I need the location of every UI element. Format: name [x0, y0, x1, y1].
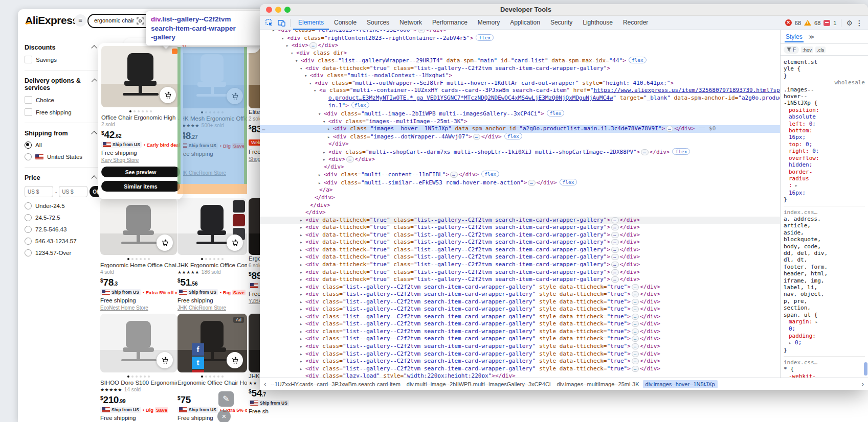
inline-expand-button[interactable]: … — [632, 284, 639, 290]
dom-tree-node[interactable]: ▸<div data-tticheck="true" class="list--… — [260, 224, 780, 231]
expand-arrow-icon[interactable]: ▸ — [323, 156, 328, 163]
more-options-icon[interactable]: ⋮ — [856, 19, 863, 27]
style-line[interactable]: yle { — [784, 65, 865, 72]
radio-button[interactable] — [25, 226, 32, 233]
carousel-dot[interactable] — [136, 258, 138, 260]
scrollbar-thumb[interactable] — [864, 362, 867, 376]
inline-expand-button[interactable]: … — [450, 172, 457, 178]
carousel-dot[interactable] — [148, 376, 150, 378]
style-line[interactable]: hover-- — [784, 93, 865, 100]
carousel-dot[interactable] — [205, 376, 207, 378]
style-line[interactable]: overflow: — [784, 155, 865, 161]
style-line[interactable]: -1N5tJXp { — [784, 100, 865, 106]
toggle-hover-state-button[interactable]: :hov — [801, 46, 813, 53]
style-line[interactable]: top: 0; — [784, 141, 865, 148]
expand-arrow-icon[interactable]: ▸ — [300, 269, 305, 276]
style-line[interactable]: article, — [784, 222, 865, 229]
dom-tree-node[interactable]: ▸<div class="list--gallery--C2f2tvm sear… — [260, 298, 780, 306]
chevron-up-icon[interactable] — [91, 131, 97, 136]
inline-expand-button[interactable]: … — [632, 343, 639, 349]
dom-tree-node[interactable]: ▸<div data-tticheck="true" class="list--… — [260, 253, 780, 261]
dom-tree-node[interactable]: ▸<div data-tticheck="true" class="list--… — [260, 231, 780, 239]
filter-option[interactable]: 72.5-546.43 — [25, 226, 102, 233]
chevron-up-icon[interactable] — [91, 175, 97, 181]
carousel-dot[interactable] — [146, 110, 148, 112]
dom-tree-node[interactable]: ▸<div class="multi--similar--eFkEW53 rcm… — [260, 179, 780, 187]
expand-arrow-icon[interactable]: ▸ — [300, 335, 305, 343]
product-card[interactable]: JHK Mesh Ergonomic Office C…★★★★★500+ so… — [177, 47, 247, 177]
style-line[interactable]: wholesale — [784, 79, 865, 86]
styles-filter-input[interactable]: F — [784, 46, 799, 54]
carousel-dot[interactable] — [213, 376, 215, 378]
warning-icon[interactable] — [804, 20, 811, 26]
inline-expand-button[interactable]: … — [632, 336, 639, 342]
dom-tree-node[interactable]: ▸<div class="list--gallery--C2f2tvm sear… — [260, 335, 780, 343]
filter-option[interactable]: Free shipping — [25, 108, 102, 116]
tab-sources[interactable]: Sources — [362, 16, 394, 30]
carousel-dot[interactable] — [136, 376, 138, 378]
carousel-dot[interactable] — [217, 111, 219, 113]
carousel-dot[interactable] — [209, 258, 211, 260]
tab-elements[interactable]: Elements — [293, 16, 329, 30]
inline-expand-button[interactable]: … — [309, 42, 317, 49]
style-line[interactable]: iframe, img, — [784, 277, 865, 284]
flex-badge[interactable]: flex — [560, 179, 577, 185]
expand-arrow-icon[interactable]: ▸ — [300, 328, 305, 336]
expand-arrow-icon[interactable]: ▸ — [323, 149, 328, 156]
flex-badge[interactable]: flex — [504, 133, 522, 139]
style-line[interactable]: header, html, — [784, 270, 865, 277]
inline-expand-button[interactable]: … — [632, 358, 639, 364]
product-title[interactable]: JHK Mesh Ergonomic Office C… — [177, 115, 247, 122]
hamburger-menu-icon[interactable]: ≡ — [74, 14, 86, 27]
breadcrumb-item[interactable]: div.multi--image--2bIiWPB.multi--imagesG… — [404, 380, 553, 388]
dom-tree-node[interactable]: </div> — [260, 209, 780, 217]
inline-expand-button[interactable]: … — [641, 149, 648, 155]
expand-arrow-icon[interactable]: ▸ — [327, 125, 333, 133]
tab-lighthouse[interactable]: Lighthouse — [577, 16, 618, 30]
carousel-dot[interactable] — [213, 111, 215, 113]
dom-tree-node[interactable]: </div> — [260, 163, 780, 171]
expand-arrow-icon[interactable]: ▸ — [300, 291, 305, 298]
style-line[interactable]: footer, form, — [784, 264, 865, 270]
tab-console[interactable]: Console — [329, 16, 362, 30]
product-title[interactable]: Ergonomic Office Chair Hom… — [177, 380, 247, 386]
carousel-dot[interactable] — [131, 258, 133, 260]
dom-tree-node[interactable]: ▸<div data-tticheck="true" class="list--… — [260, 261, 780, 269]
product-image[interactable] — [101, 46, 180, 107]
dom-tree-node[interactable]: o.product…E3MzMyNTIwOTE.*_ga_VED1YSGNC7*… — [260, 95, 780, 102]
style-line[interactable]: 16px; — [784, 134, 865, 140]
expand-arrow-icon[interactable]: ▸ — [300, 343, 305, 350]
checkbox[interactable] — [25, 108, 32, 116]
dom-tree-node[interactable]: ▾<div class dir> — [260, 50, 780, 57]
expand-arrow-icon[interactable]: ▾ — [304, 72, 310, 80]
inline-expand-button[interactable]: … — [611, 269, 618, 275]
price-max-input[interactable] — [59, 186, 87, 197]
dom-tree-node[interactable]: ▾<div class="multi--modalContext--1Hxqhw… — [260, 72, 780, 80]
settings-gear-icon[interactable]: ⚙ — [846, 19, 853, 27]
expand-arrow-icon[interactable]: ▾ — [300, 65, 305, 73]
product-card[interactable]: AdftpErgonomic Office Chair Hom…$75Ship … — [177, 314, 247, 422]
inline-expand-button[interactable]: … — [632, 291, 639, 297]
aliexpress-logo[interactable]: AliExpress — [25, 14, 78, 27]
style-line[interactable]: ▸ 0; — [784, 339, 865, 346]
carousel-dot[interactable] — [205, 258, 207, 260]
style-line[interactable]: position: — [784, 107, 865, 113]
maximize-window-button[interactable] — [284, 7, 291, 13]
image-carousel-dots[interactable] — [100, 376, 177, 378]
inline-expand-button[interactable]: … — [418, 30, 425, 33]
add-to-cart-button[interactable] — [227, 235, 243, 251]
store-link[interactable]: JHK ChicRoom Store — [177, 170, 247, 176]
style-line[interactable]: blockquote, — [784, 236, 865, 243]
inline-expand-button[interactable]: … — [632, 321, 639, 327]
inline-expand-button[interactable]: … — [611, 217, 618, 223]
filter-option[interactable]: All — [25, 142, 102, 149]
dom-tree-node[interactable]: ▸<div class="multi--shopCart--darm7xs mu… — [260, 148, 780, 156]
style-line[interactable]: index.css… — [784, 206, 865, 216]
style-line[interactable]: a, address, — [784, 216, 865, 222]
breadcrumb-item[interactable]: div.images--hover--1N5tJXp — [643, 380, 718, 388]
checkbox[interactable] — [25, 96, 32, 104]
breadcrumb-item[interactable]: div.images--multiImage--25mi-3K — [554, 380, 641, 388]
dom-tree-node[interactable]: ▸<div class="list--gallery--C2f2tvm sear… — [260, 284, 780, 291]
expand-arrow-icon[interactable]: ▸ — [272, 30, 278, 34]
carousel-dot[interactable] — [131, 376, 133, 378]
